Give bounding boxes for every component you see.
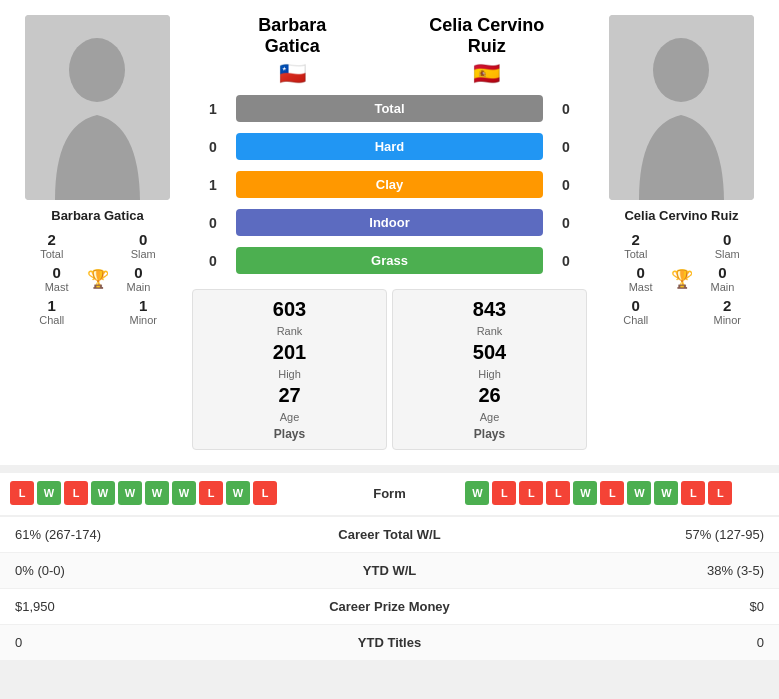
right-total-score: 0 bbox=[551, 101, 581, 117]
stats-rows: 61% (267-174) Career Total W/L 57% (127-… bbox=[0, 517, 779, 661]
left-age-value: 27 bbox=[278, 384, 300, 407]
left-minor-value: 1 bbox=[139, 297, 147, 314]
right-indoor-score: 0 bbox=[551, 215, 581, 231]
left-form-badges: LWLWWWWLWL bbox=[10, 481, 314, 505]
ytd-wl-row: 0% (0-0) YTD W/L 38% (3-5) bbox=[0, 553, 779, 589]
right-plays-label: Plays bbox=[474, 427, 505, 441]
clay-btn[interactable]: Clay bbox=[236, 171, 543, 198]
prize-label: Career Prize Money bbox=[229, 599, 550, 614]
left-main-label: Main bbox=[127, 281, 151, 293]
ytd-titles-label: YTD Titles bbox=[229, 635, 550, 650]
left-ytd-titles: 0 bbox=[15, 635, 229, 650]
hard-btn[interactable]: Hard bbox=[236, 133, 543, 160]
form-badge-w: W bbox=[91, 481, 115, 505]
right-clay-score: 0 bbox=[551, 177, 581, 193]
left-career-wl: 61% (267-174) bbox=[15, 527, 229, 542]
form-badge-l: L bbox=[199, 481, 223, 505]
form-badge-w: W bbox=[465, 481, 489, 505]
form-badge-w: W bbox=[172, 481, 196, 505]
surface-rows: 1 Total 0 0 Hard 0 1 Clay 0 0 Indoor bbox=[190, 91, 589, 281]
right-prize: $0 bbox=[550, 599, 764, 614]
form-badge-w: W bbox=[118, 481, 142, 505]
ytd-titles-row: 0 YTD Titles 0 bbox=[0, 625, 779, 661]
left-prize: $1,950 bbox=[15, 599, 229, 614]
form-label: Form bbox=[314, 486, 466, 501]
left-total-value: 2 bbox=[48, 231, 56, 248]
form-badge-l: L bbox=[64, 481, 88, 505]
left-plays-label: Plays bbox=[274, 427, 305, 441]
right-main-label: Main bbox=[711, 281, 735, 293]
form-badge-l: L bbox=[546, 481, 570, 505]
left-player-card: Barbara Gatica 2 Total 0 Slam 0 Mast 🏆 bbox=[10, 15, 185, 450]
left-chall-value: 1 bbox=[48, 297, 56, 314]
form-badge-w: W bbox=[145, 481, 169, 505]
right-age-label: Age bbox=[480, 411, 500, 423]
left-slam-label: Slam bbox=[131, 248, 156, 260]
right-player-avatar bbox=[609, 15, 754, 200]
ytd-wl-label: YTD W/L bbox=[229, 563, 550, 578]
left-clay-score: 1 bbox=[198, 177, 228, 193]
right-trophy-row: 0 Mast 🏆 0 Main bbox=[594, 264, 769, 293]
right-minor-value: 2 bbox=[723, 297, 731, 314]
left-main-value: 0 bbox=[134, 264, 142, 281]
career-wl-row: 61% (267-174) Career Total W/L 57% (127-… bbox=[0, 517, 779, 553]
right-high-value: 504 bbox=[473, 341, 506, 364]
right-rank-value: 843 bbox=[473, 298, 506, 321]
left-mast-value: 0 bbox=[52, 264, 60, 281]
form-badge-w: W bbox=[573, 481, 597, 505]
left-trophy-row: 0 Mast 🏆 0 Main bbox=[10, 264, 185, 293]
form-badge-l: L bbox=[519, 481, 543, 505]
right-slam-value: 0 bbox=[723, 231, 731, 248]
right-total-label: Total bbox=[624, 248, 647, 260]
left-total-label: Total bbox=[40, 248, 63, 260]
left-high-value: 201 bbox=[273, 341, 306, 364]
left-header-name: BarbaraGatica bbox=[195, 15, 390, 57]
left-mast-label: Mast bbox=[45, 281, 69, 293]
right-rank-label: Rank bbox=[477, 325, 503, 337]
right-form-badges: WLLLWLWWLL bbox=[465, 481, 769, 505]
right-ytd-wl: 38% (3-5) bbox=[550, 563, 764, 578]
right-ytd-titles: 0 bbox=[550, 635, 764, 650]
form-badge-l: L bbox=[708, 481, 732, 505]
form-badge-l: L bbox=[681, 481, 705, 505]
player-section: Barbara Gatica 2 Total 0 Slam 0 Mast 🏆 bbox=[0, 0, 779, 465]
grass-btn[interactable]: Grass bbox=[236, 247, 543, 274]
left-rank-label: Rank bbox=[277, 325, 303, 337]
main-container: Barbara Gatica 2 Total 0 Slam 0 Mast 🏆 bbox=[0, 0, 779, 661]
right-player-name: Celia Cervino Ruiz bbox=[624, 208, 738, 223]
career-wl-label: Career Total W/L bbox=[229, 527, 550, 542]
right-hard-score: 0 bbox=[551, 139, 581, 155]
left-ytd-wl: 0% (0-0) bbox=[15, 563, 229, 578]
right-career-wl: 57% (127-95) bbox=[550, 527, 764, 542]
right-age-value: 26 bbox=[478, 384, 500, 407]
clay-row: 1 Clay 0 bbox=[190, 167, 589, 202]
left-slam-value: 0 bbox=[139, 231, 147, 248]
left-minor-label: Minor bbox=[129, 314, 157, 326]
right-high-label: High bbox=[478, 368, 501, 380]
right-chall-value: 0 bbox=[632, 297, 640, 314]
svg-point-3 bbox=[653, 38, 709, 102]
form-badge-l: L bbox=[600, 481, 624, 505]
total-btn[interactable]: Total bbox=[236, 95, 543, 122]
right-chall-label: Chall bbox=[623, 314, 648, 326]
left-hard-score: 0 bbox=[198, 139, 228, 155]
form-badge-w: W bbox=[654, 481, 678, 505]
left-rank-value: 603 bbox=[273, 298, 306, 321]
left-flag: 🇨🇱 bbox=[195, 61, 390, 87]
prize-row: $1,950 Career Prize Money $0 bbox=[0, 589, 779, 625]
indoor-row: 0 Indoor 0 bbox=[190, 205, 589, 240]
right-trophy-icon: 🏆 bbox=[671, 268, 693, 290]
left-chall-label: Chall bbox=[39, 314, 64, 326]
right-flag: 🇪🇸 bbox=[390, 61, 585, 87]
form-badge-w: W bbox=[37, 481, 61, 505]
hard-row: 0 Hard 0 bbox=[190, 129, 589, 164]
indoor-btn[interactable]: Indoor bbox=[236, 209, 543, 236]
form-badge-l: L bbox=[253, 481, 277, 505]
svg-point-1 bbox=[69, 38, 125, 102]
left-player-name: Barbara Gatica bbox=[51, 208, 144, 223]
right-main-value: 0 bbox=[718, 264, 726, 281]
left-grass-score: 0 bbox=[198, 253, 228, 269]
form-badge-w: W bbox=[226, 481, 250, 505]
left-trophy-icon: 🏆 bbox=[87, 268, 109, 290]
total-row: 1 Total 0 bbox=[190, 91, 589, 126]
